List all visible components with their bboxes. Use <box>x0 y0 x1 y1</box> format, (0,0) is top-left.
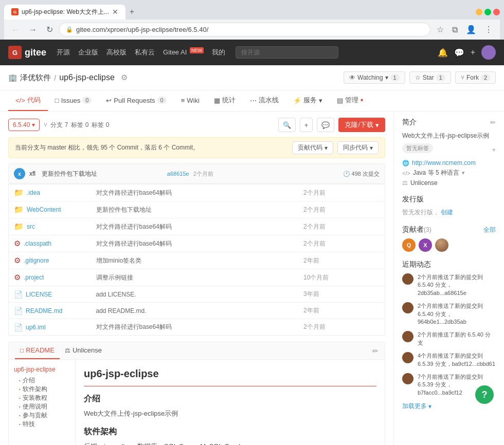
add-button[interactable]: + <box>300 118 313 132</box>
tab-issues[interactable]: □ Issues 0 <box>48 90 99 111</box>
search-input[interactable] <box>236 46 338 59</box>
tab-code[interactable]: </> 代码 <box>8 90 48 111</box>
readme-intro-text: Web大文件上传-jsp-eclipse示例 <box>84 409 376 419</box>
readme-tab-readme[interactable]: □ README <box>15 342 60 359</box>
watching-button[interactable]: 👁 Watching ▾ 1 <box>344 71 405 84</box>
nav-enterprise[interactable]: 企业版 <box>78 48 98 57</box>
refresh-button[interactable]: ↻ <box>43 23 56 36</box>
activity-text: 4个月前推送了新的提交到 6.5.39 分支，ba9cf12...cbbd61 <box>418 352 496 368</box>
toc-item[interactable]: •安装教程 <box>14 394 70 402</box>
repo-settings-icon[interactable]: ⚙ <box>121 73 128 82</box>
account-button[interactable]: 👤 <box>463 23 479 36</box>
file-name[interactable]: ⚙ .gitignore <box>14 256 86 265</box>
file-time: 2年前 <box>303 257 319 264</box>
contributors-title: 贡献者 (3) 全部 <box>402 225 496 234</box>
file-name[interactable]: ⚙ .project <box>14 273 86 282</box>
header-search <box>236 46 338 59</box>
file-name[interactable]: 📄 up6.iml <box>14 323 86 331</box>
file-name[interactable]: 📁 src <box>14 222 86 231</box>
contributor-2[interactable]: X <box>419 238 432 252</box>
folder-icon: 📁 <box>14 188 24 197</box>
readme-edit-icon[interactable]: ✏ <box>372 347 379 355</box>
readme-tab-license[interactable]: ⚖ Unlicense <box>60 342 107 359</box>
add-tag-icon[interactable]: + <box>492 146 496 154</box>
create-release-link[interactable]: 创建 <box>441 209 453 216</box>
sync-label: 同步代码 <box>343 143 368 152</box>
license-label[interactable]: Unlicense <box>410 179 438 187</box>
back-button[interactable]: ← <box>8 23 23 36</box>
toc-item[interactable]: •介绍 <box>14 376 70 385</box>
tab-wiki[interactable]: ≡ Wiki <box>174 90 207 111</box>
message-icon[interactable]: 💬 <box>454 48 464 58</box>
tags-label[interactable]: 标签 0 <box>71 121 88 129</box>
tab-pipeline[interactable]: ⋯ 流水线 <box>243 90 286 111</box>
tab-manage[interactable]: ▤ 管理 • <box>330 90 371 111</box>
gitee-logo[interactable]: G gitee <box>8 46 46 59</box>
contributors-all-link[interactable]: 全部 <box>483 226 496 234</box>
toc-item[interactable]: •参与贡献 <box>14 411 70 420</box>
tab-stats[interactable]: ▦ 统计 <box>207 90 243 111</box>
new-tab-button[interactable]: + <box>125 4 138 20</box>
tab-services[interactable]: ⚡ 服务 ▾ <box>286 90 330 111</box>
contribute-button[interactable]: 贡献代码 ▾ <box>292 141 333 154</box>
extensions-button[interactable]: ⧉ <box>449 23 461 36</box>
help-button[interactable]: ? <box>475 385 494 404</box>
file-name[interactable]: 📄 README.md <box>14 307 86 315</box>
fork-button[interactable]: ⑂ Fork 2 <box>455 71 496 84</box>
commit-hash[interactable]: a68615e <box>167 171 189 177</box>
plus-icon[interactable]: + <box>471 48 475 57</box>
comment-button[interactable]: 💬 <box>317 118 334 132</box>
file-name[interactable]: 📄 LICENSE <box>14 290 86 299</box>
sync-button[interactable]: 同步代码 ▾ <box>337 141 379 154</box>
star-button[interactable]: ☆ Star 1 <box>409 71 451 84</box>
sidebar-license: ⚖ Unlicense <box>402 179 496 187</box>
menu-button[interactable]: ⋮ <box>481 23 496 36</box>
maximize-button[interactable] <box>484 9 491 15</box>
sidebar-website[interactable]: 🌐 http://www.ncmem.com <box>402 159 496 166</box>
file-name[interactable]: 📁 .idea <box>14 188 86 197</box>
website-url: http://www.ncmem.com <box>412 159 476 166</box>
toc-root[interactable]: up6-jsp-eclipse <box>14 366 70 373</box>
commit-bar-text: 当前分支与 master 相比，领先 95 个 Commit，落后 6 个 Co… <box>15 143 199 152</box>
tab-pr[interactable]: ↩ Pull Requests 0 <box>99 90 173 111</box>
minimize-button[interactable] <box>476 9 482 15</box>
file-name[interactable]: 📁 WebContent <box>14 205 86 214</box>
toc-item[interactable]: •特技 <box>14 420 70 429</box>
table-row: 📁 .idea 对文件路径进行base64解码 2个月前 <box>9 184 385 201</box>
branch-selector[interactable]: 6.5.40 ▾ <box>8 119 40 131</box>
tab-favicon: G <box>11 8 19 15</box>
forward-button[interactable]: → <box>26 23 40 36</box>
file-commit-msg: 对文件路径进行base64解码 <box>96 323 172 330</box>
address-bar[interactable]: 🔒 gitee.com/xproer/up6-jsp-eclipse/tree/… <box>59 23 430 36</box>
load-more-label: 加载更多 <box>402 402 427 411</box>
org-link[interactable]: 泽优软件 <box>20 73 51 83</box>
commit-author-avatar: x <box>14 168 25 179</box>
nav-opensource[interactable]: 开源 <box>57 48 70 57</box>
language-arrow[interactable]: ▾ <box>462 170 465 176</box>
toc-item[interactable]: •使用说明 <box>14 402 70 411</box>
toc-item[interactable]: •软件架构 <box>14 385 70 394</box>
nav-giteeai[interactable]: Gitee AI NEW <box>163 48 204 57</box>
release-section: 发行版 暂无发行版， 创建 <box>402 195 496 217</box>
readme-title: up6-jsp-eclipse <box>84 368 376 380</box>
user-avatar[interactable] <box>481 45 496 60</box>
sidebar-language: </> Java 等 5 种语言 ▾ <box>402 169 496 177</box>
clone-button[interactable]: 克隆/下载 ▾ <box>338 118 385 132</box>
file-commit-msg: 更新控件包下载地址 <box>96 206 152 213</box>
nav-private[interactable]: 私有云 <box>135 48 155 57</box>
language-icon: </> <box>402 170 410 176</box>
search-button[interactable]: 🔍 <box>278 118 296 132</box>
nav-mine[interactable]: 我的 <box>212 48 225 57</box>
close-button[interactable] <box>493 9 500 15</box>
config-icon: ⚙ <box>14 239 21 248</box>
intro-edit-icon[interactable]: ✏ <box>490 119 496 126</box>
bookmark-button[interactable]: ☆ <box>434 23 447 36</box>
contributor-1[interactable]: Q <box>402 238 416 252</box>
bell-icon[interactable]: 🔔 <box>438 48 448 58</box>
nav-university[interactable]: 高校版 <box>106 48 127 57</box>
branches-label[interactable]: 分支 7 <box>50 121 68 129</box>
tab-close-btn[interactable]: ✕ <box>112 8 118 16</box>
contributor-3[interactable] <box>435 238 448 252</box>
browser-tab-active[interactable]: G up6-jsp-eclipse: Web大文件上... ✕ <box>4 5 125 20</box>
file-name[interactable]: ⚙ .classpath <box>14 239 86 248</box>
